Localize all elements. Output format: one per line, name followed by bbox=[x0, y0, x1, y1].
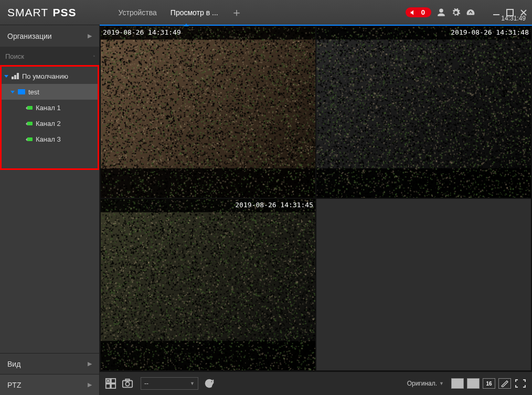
view-panel-toggle[interactable]: Вид ▶ bbox=[0, 353, 99, 374]
header-tabs: Устройства Просмотр в ... ＋ bbox=[113, 5, 247, 20]
header-clock: 14:31:49 bbox=[501, 15, 526, 22]
content-area: 2019-08-26 14:31:49 2019-08-26 14:31:48 … bbox=[100, 25, 532, 395]
svg-rect-10 bbox=[111, 384, 115, 388]
search-icon[interactable] bbox=[93, 51, 95, 61]
sidebar-footer: Вид ▶ PTZ ▶ bbox=[0, 353, 99, 395]
video-cell-4-empty[interactable] bbox=[316, 199, 531, 370]
camera-icon bbox=[27, 122, 33, 125]
stop-all-icon[interactable] bbox=[105, 378, 116, 389]
video-grid: 2019-08-26 14:31:49 2019-08-26 14:31:48 … bbox=[100, 25, 532, 371]
layout-4-button[interactable] bbox=[451, 378, 464, 389]
minimize-button[interactable] bbox=[492, 8, 501, 17]
tree-channel-2[interactable]: Канал 2 bbox=[0, 115, 99, 131]
active-tab-underline bbox=[100, 25, 532, 26]
channel-label: Канал 3 bbox=[36, 135, 61, 143]
channel-label: Канал 2 bbox=[36, 120, 61, 127]
svg-rect-6 bbox=[17, 73, 19, 79]
svg-rect-0 bbox=[493, 14, 499, 15]
svg-point-2 bbox=[93, 56, 94, 57]
tab-liveview[interactable]: Просмотр в ... bbox=[165, 6, 224, 19]
ptz-panel-toggle[interactable]: PTZ ▶ bbox=[0, 374, 99, 395]
layout-buttons: 16 bbox=[451, 378, 527, 389]
gear-icon[interactable] bbox=[451, 8, 461, 17]
chevron-right-icon: ▶ bbox=[88, 381, 92, 388]
refresh-icon[interactable] bbox=[204, 378, 215, 389]
speaker-icon bbox=[410, 9, 417, 16]
logo-text-b: PSS bbox=[53, 6, 77, 18]
organizations-label: Организации bbox=[7, 32, 52, 40]
title-bar: SMART PSS Устройства Просмотр в ... ＋ 0 bbox=[0, 0, 532, 25]
layout-16-label: 16 bbox=[486, 381, 492, 387]
scale-label: Оригинал. bbox=[407, 380, 437, 387]
chevron-down-icon bbox=[4, 75, 8, 78]
tree-device-test[interactable]: test bbox=[0, 84, 99, 100]
chevron-down-icon: ▼ bbox=[190, 381, 195, 386]
snapshot-icon[interactable] bbox=[122, 378, 133, 389]
svg-rect-5 bbox=[14, 75, 16, 79]
video-cell-2[interactable]: 2019-08-26 14:31:48 bbox=[316, 26, 531, 198]
gauge-icon[interactable] bbox=[466, 8, 475, 17]
alarm-count: 0 bbox=[421, 8, 425, 16]
chevron-right-icon: ▶ bbox=[88, 360, 92, 367]
tab-devices[interactable]: Устройства bbox=[113, 6, 162, 19]
camera-icon bbox=[27, 137, 33, 141]
video-cell-3[interactable]: 2019-08-26 14:31:45 bbox=[101, 199, 315, 370]
svg-rect-4 bbox=[12, 77, 14, 79]
user-icon[interactable] bbox=[437, 8, 446, 17]
osd-timestamp: 2019-08-26 14:31:49 bbox=[103, 28, 181, 36]
tree-root-label: По умолчанию bbox=[22, 72, 68, 80]
tree-channel-1[interactable]: Канал 1 bbox=[0, 100, 99, 115]
osd-timestamp: 2019-08-26 14:31:45 bbox=[235, 201, 313, 209]
tree-device-label: test bbox=[28, 88, 39, 96]
search-input[interactable] bbox=[5, 52, 93, 60]
chevron-right-icon: ▶ bbox=[88, 33, 92, 39]
fullscreen-button[interactable] bbox=[514, 378, 527, 389]
layout-9-button[interactable] bbox=[467, 378, 480, 389]
layout-16-button[interactable]: 16 bbox=[483, 378, 495, 389]
view-label: Вид bbox=[7, 360, 20, 368]
ptz-label: PTZ bbox=[7, 381, 21, 389]
add-tab-button[interactable]: ＋ bbox=[227, 5, 247, 20]
logo-text-a: SMART bbox=[7, 6, 52, 18]
app-logo: SMART PSS bbox=[7, 6, 77, 19]
search-row bbox=[0, 47, 99, 65]
stream-select[interactable]: -- ▼ bbox=[141, 377, 198, 390]
osd-timestamp: 2019-08-26 14:31:48 bbox=[451, 28, 529, 36]
svg-rect-8 bbox=[111, 379, 115, 383]
channel-label: Канал 1 bbox=[36, 104, 61, 112]
sidebar: Организации ▶ По умолчанию test bbox=[0, 25, 100, 395]
camera-icon bbox=[27, 106, 33, 110]
bottom-toolbar: -- ▼ Оригинал. ▼ 16 bbox=[100, 371, 532, 395]
nvr-icon bbox=[18, 89, 25, 94]
tree-root-default[interactable]: По умолчанию bbox=[0, 68, 99, 84]
chevron-down-icon bbox=[10, 91, 15, 93]
stream-value: -- bbox=[144, 380, 148, 387]
organizations-header[interactable]: Организации ▶ bbox=[0, 25, 99, 47]
chevron-down-icon: ▼ bbox=[439, 381, 444, 386]
video-cell-1[interactable]: 2019-08-26 14:31:49 bbox=[101, 26, 315, 198]
device-tree: По умолчанию test Канал 1 Канал 2 bbox=[0, 65, 99, 353]
svg-line-3 bbox=[94, 56, 95, 57]
scale-mode-select[interactable]: Оригинал. ▼ bbox=[407, 380, 444, 387]
layout-custom-button[interactable] bbox=[498, 378, 511, 389]
svg-rect-9 bbox=[106, 384, 110, 388]
tree-channel-3[interactable]: Канал 3 bbox=[0, 131, 99, 147]
organization-icon bbox=[12, 73, 19, 79]
alarm-indicator[interactable]: 0 bbox=[406, 7, 431, 17]
svg-point-14 bbox=[125, 382, 129, 386]
